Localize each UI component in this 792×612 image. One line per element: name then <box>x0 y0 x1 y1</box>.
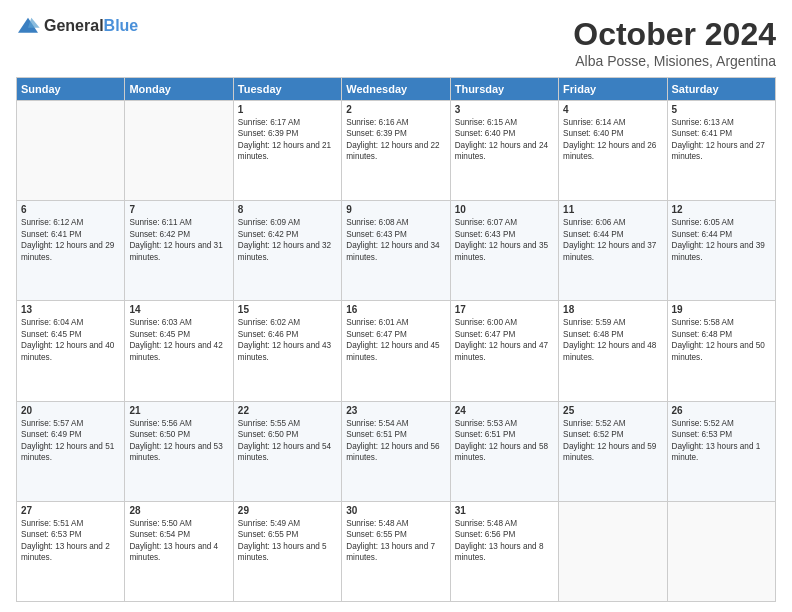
table-row: 10Sunrise: 6:07 AMSunset: 6:43 PMDayligh… <box>450 201 558 301</box>
day-info: Sunrise: 6:03 AMSunset: 6:45 PMDaylight:… <box>129 317 228 363</box>
col-friday: Friday <box>559 78 667 101</box>
table-row: 22Sunrise: 5:55 AMSunset: 6:50 PMDayligh… <box>233 401 341 501</box>
day-info: Sunrise: 6:08 AMSunset: 6:43 PMDaylight:… <box>346 217 445 263</box>
day-number: 8 <box>238 204 337 215</box>
day-info: Sunrise: 6:02 AMSunset: 6:46 PMDaylight:… <box>238 317 337 363</box>
table-row <box>17 101 125 201</box>
day-info: Sunrise: 5:52 AMSunset: 6:52 PMDaylight:… <box>563 418 662 464</box>
day-info: Sunrise: 5:53 AMSunset: 6:51 PMDaylight:… <box>455 418 554 464</box>
day-info: Sunrise: 6:17 AMSunset: 6:39 PMDaylight:… <box>238 117 337 163</box>
day-info: Sunrise: 6:00 AMSunset: 6:47 PMDaylight:… <box>455 317 554 363</box>
month-title: October 2024 <box>573 16 776 53</box>
day-number: 18 <box>563 304 662 315</box>
calendar-week-row: 6Sunrise: 6:12 AMSunset: 6:41 PMDaylight… <box>17 201 776 301</box>
day-number: 11 <box>563 204 662 215</box>
table-row: 21Sunrise: 5:56 AMSunset: 6:50 PMDayligh… <box>125 401 233 501</box>
table-row: 27Sunrise: 5:51 AMSunset: 6:53 PMDayligh… <box>17 501 125 601</box>
table-row: 20Sunrise: 5:57 AMSunset: 6:49 PMDayligh… <box>17 401 125 501</box>
day-info: Sunrise: 6:09 AMSunset: 6:42 PMDaylight:… <box>238 217 337 263</box>
table-row: 2Sunrise: 6:16 AMSunset: 6:39 PMDaylight… <box>342 101 450 201</box>
col-wednesday: Wednesday <box>342 78 450 101</box>
table-row: 3Sunrise: 6:15 AMSunset: 6:40 PMDaylight… <box>450 101 558 201</box>
day-info: Sunrise: 6:05 AMSunset: 6:44 PMDaylight:… <box>672 217 771 263</box>
day-number: 24 <box>455 405 554 416</box>
table-row: 16Sunrise: 6:01 AMSunset: 6:47 PMDayligh… <box>342 301 450 401</box>
day-number: 28 <box>129 505 228 516</box>
day-info: Sunrise: 6:13 AMSunset: 6:41 PMDaylight:… <box>672 117 771 163</box>
day-info: Sunrise: 6:06 AMSunset: 6:44 PMDaylight:… <box>563 217 662 263</box>
table-row: 11Sunrise: 6:06 AMSunset: 6:44 PMDayligh… <box>559 201 667 301</box>
header: GeneralBlue October 2024 Alba Posse, Mis… <box>16 16 776 69</box>
col-saturday: Saturday <box>667 78 775 101</box>
table-row: 1Sunrise: 6:17 AMSunset: 6:39 PMDaylight… <box>233 101 341 201</box>
table-row: 4Sunrise: 6:14 AMSunset: 6:40 PMDaylight… <box>559 101 667 201</box>
table-row: 29Sunrise: 5:49 AMSunset: 6:55 PMDayligh… <box>233 501 341 601</box>
table-row: 24Sunrise: 5:53 AMSunset: 6:51 PMDayligh… <box>450 401 558 501</box>
table-row: 12Sunrise: 6:05 AMSunset: 6:44 PMDayligh… <box>667 201 775 301</box>
location-title: Alba Posse, Misiones, Argentina <box>573 53 776 69</box>
calendar: Sunday Monday Tuesday Wednesday Thursday… <box>16 77 776 602</box>
title-block: October 2024 Alba Posse, Misiones, Argen… <box>573 16 776 69</box>
svg-marker-1 <box>28 18 40 28</box>
table-row <box>667 501 775 601</box>
day-number: 26 <box>672 405 771 416</box>
table-row: 7Sunrise: 6:11 AMSunset: 6:42 PMDaylight… <box>125 201 233 301</box>
logo: GeneralBlue <box>16 16 138 36</box>
day-number: 1 <box>238 104 337 115</box>
day-number: 2 <box>346 104 445 115</box>
table-row: 13Sunrise: 6:04 AMSunset: 6:45 PMDayligh… <box>17 301 125 401</box>
day-number: 13 <box>21 304 120 315</box>
day-info: Sunrise: 6:14 AMSunset: 6:40 PMDaylight:… <box>563 117 662 163</box>
day-number: 5 <box>672 104 771 115</box>
table-row: 25Sunrise: 5:52 AMSunset: 6:52 PMDayligh… <box>559 401 667 501</box>
day-number: 29 <box>238 505 337 516</box>
table-row: 19Sunrise: 5:58 AMSunset: 6:48 PMDayligh… <box>667 301 775 401</box>
calendar-week-row: 27Sunrise: 5:51 AMSunset: 6:53 PMDayligh… <box>17 501 776 601</box>
day-number: 6 <box>21 204 120 215</box>
table-row: 31Sunrise: 5:48 AMSunset: 6:56 PMDayligh… <box>450 501 558 601</box>
table-row: 14Sunrise: 6:03 AMSunset: 6:45 PMDayligh… <box>125 301 233 401</box>
day-number: 16 <box>346 304 445 315</box>
page: GeneralBlue October 2024 Alba Posse, Mis… <box>0 0 792 612</box>
day-info: Sunrise: 5:51 AMSunset: 6:53 PMDaylight:… <box>21 518 120 564</box>
day-info: Sunrise: 5:58 AMSunset: 6:48 PMDaylight:… <box>672 317 771 363</box>
table-row: 8Sunrise: 6:09 AMSunset: 6:42 PMDaylight… <box>233 201 341 301</box>
table-row: 9Sunrise: 6:08 AMSunset: 6:43 PMDaylight… <box>342 201 450 301</box>
day-number: 30 <box>346 505 445 516</box>
day-info: Sunrise: 5:56 AMSunset: 6:50 PMDaylight:… <box>129 418 228 464</box>
day-info: Sunrise: 5:55 AMSunset: 6:50 PMDaylight:… <box>238 418 337 464</box>
day-number: 7 <box>129 204 228 215</box>
day-number: 14 <box>129 304 228 315</box>
table-row <box>125 101 233 201</box>
day-info: Sunrise: 5:57 AMSunset: 6:49 PMDaylight:… <box>21 418 120 464</box>
day-info: Sunrise: 6:11 AMSunset: 6:42 PMDaylight:… <box>129 217 228 263</box>
logo-icon <box>16 16 40 36</box>
table-row: 23Sunrise: 5:54 AMSunset: 6:51 PMDayligh… <box>342 401 450 501</box>
day-info: Sunrise: 5:50 AMSunset: 6:54 PMDaylight:… <box>129 518 228 564</box>
calendar-week-row: 20Sunrise: 5:57 AMSunset: 6:49 PMDayligh… <box>17 401 776 501</box>
day-number: 22 <box>238 405 337 416</box>
day-info: Sunrise: 6:12 AMSunset: 6:41 PMDaylight:… <box>21 217 120 263</box>
day-info: Sunrise: 5:48 AMSunset: 6:56 PMDaylight:… <box>455 518 554 564</box>
day-info: Sunrise: 6:07 AMSunset: 6:43 PMDaylight:… <box>455 217 554 263</box>
table-row: 26Sunrise: 5:52 AMSunset: 6:53 PMDayligh… <box>667 401 775 501</box>
logo-general: GeneralBlue <box>44 17 138 35</box>
table-row: 28Sunrise: 5:50 AMSunset: 6:54 PMDayligh… <box>125 501 233 601</box>
col-thursday: Thursday <box>450 78 558 101</box>
col-sunday: Sunday <box>17 78 125 101</box>
calendar-week-row: 13Sunrise: 6:04 AMSunset: 6:45 PMDayligh… <box>17 301 776 401</box>
day-number: 4 <box>563 104 662 115</box>
day-info: Sunrise: 6:01 AMSunset: 6:47 PMDaylight:… <box>346 317 445 363</box>
table-row: 18Sunrise: 5:59 AMSunset: 6:48 PMDayligh… <box>559 301 667 401</box>
day-number: 17 <box>455 304 554 315</box>
day-number: 23 <box>346 405 445 416</box>
day-number: 31 <box>455 505 554 516</box>
table-row: 6Sunrise: 6:12 AMSunset: 6:41 PMDaylight… <box>17 201 125 301</box>
day-info: Sunrise: 5:48 AMSunset: 6:55 PMDaylight:… <box>346 518 445 564</box>
col-tuesday: Tuesday <box>233 78 341 101</box>
calendar-header-row: Sunday Monday Tuesday Wednesday Thursday… <box>17 78 776 101</box>
day-number: 20 <box>21 405 120 416</box>
calendar-week-row: 1Sunrise: 6:17 AMSunset: 6:39 PMDaylight… <box>17 101 776 201</box>
table-row: 30Sunrise: 5:48 AMSunset: 6:55 PMDayligh… <box>342 501 450 601</box>
table-row <box>559 501 667 601</box>
